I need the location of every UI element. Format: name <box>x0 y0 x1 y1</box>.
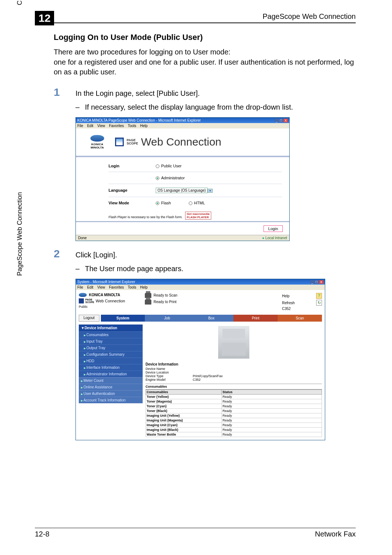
step-2-bullet: – The User mode page appears. <box>75 264 356 274</box>
login-button[interactable]: Login <box>264 225 283 232</box>
step-number: 2 <box>54 248 75 260</box>
tab-scan[interactable]: Scan <box>278 315 322 322</box>
maximize-icon[interactable]: □ <box>315 280 319 284</box>
step-1-bullet: – If necessary, select the display langu… <box>75 102 356 112</box>
chapter-number-badge: 12 <box>35 11 54 25</box>
close-icon[interactable]: X <box>319 280 323 284</box>
di-key: Device Type <box>146 374 193 378</box>
sidebar-top-item[interactable]: Account Track Information <box>79 397 143 403</box>
menu-view[interactable]: View <box>97 285 105 289</box>
di-val: C352 <box>193 378 201 381</box>
consumable-row: Waste Toner BottleReady <box>146 432 322 437</box>
html-radio[interactable] <box>189 201 192 205</box>
consumable-row: Imaging Unit (Cyan)Ready <box>146 423 322 428</box>
main-content: Logging On to User Mode (Public User) Th… <box>54 33 356 449</box>
model-label: C352 <box>282 307 291 311</box>
public-user-text: Public User <box>161 164 181 168</box>
tab-row: Logout System Job Box Print Scan <box>76 315 325 322</box>
side-running-label: PageScope Web Connection Chapter 12 <box>16 0 24 276</box>
minimize-icon[interactable]: _ <box>310 280 314 284</box>
maximize-icon[interactable]: □ <box>279 119 283 122</box>
window-controls[interactable]: _□X <box>274 118 288 122</box>
km-globe-icon <box>90 135 104 142</box>
di-key: Device Location <box>146 371 193 374</box>
scanner-icon <box>145 293 151 298</box>
minimize-icon[interactable]: _ <box>275 119 279 122</box>
menu-favorites[interactable]: Favorites <box>109 285 124 289</box>
sidebar-item[interactable]: Consumables <box>79 331 143 338</box>
flash-note: Flash Player is necessary to see by the … <box>76 212 289 221</box>
login-label: Login <box>109 164 156 168</box>
tab-print[interactable]: Print <box>233 315 278 322</box>
sidebar-item[interactable]: Input Tray <box>79 338 143 344</box>
konica-minolta-logo: KONICA MINOLTA <box>87 135 108 149</box>
km-globe-icon <box>79 293 87 297</box>
con-name: Toner (Yellow) <box>146 395 222 399</box>
sidebar-top-item[interactable]: User Authentication <box>79 390 143 397</box>
consumable-row: Toner (Yellow)Ready <box>146 395 322 399</box>
help-icon[interactable]: ? <box>316 293 322 299</box>
menu-tools[interactable]: Tools <box>128 285 136 289</box>
sidebar-top-item[interactable]: Meter Count <box>79 377 143 384</box>
language-select[interactable]: OS Language (OS Language) <box>156 188 208 193</box>
menu-favorites[interactable]: Favorites <box>109 124 124 128</box>
pagescope-icon <box>79 298 84 303</box>
menu-edit[interactable]: Edit <box>87 285 93 289</box>
window-title: KONICA MINOLTA PageScope Web Connection … <box>77 118 201 122</box>
menu-view[interactable]: View <box>97 124 105 128</box>
close-icon[interactable]: X <box>283 119 288 122</box>
consumable-row: Imaging Unit (Black)Ready <box>146 428 322 432</box>
administrator-text: Administrator <box>161 176 185 180</box>
consumables-title: Consumables <box>146 384 322 389</box>
menu-bar[interactable]: File Edit View Favorites Tools Help <box>76 285 325 290</box>
km-logo-text: KONICA MINOLTA <box>87 143 108 149</box>
step-2: 2 Click [Login]. <box>54 250 356 260</box>
con-name: Imaging Unit (Magenta) <box>146 418 222 423</box>
flash-text: Flash <box>161 201 171 205</box>
bullet-dash: – <box>75 264 85 274</box>
menu-tools[interactable]: Tools <box>128 124 136 128</box>
logout-button[interactable]: Logout <box>79 315 99 322</box>
sidebar-item[interactable]: Administrator Information <box>79 371 143 377</box>
device-info-title: Device Information <box>146 362 322 366</box>
menu-file[interactable]: File <box>77 285 83 289</box>
printer-icon <box>145 299 151 305</box>
printer-status: Ready to Scan Ready to Print <box>143 293 282 305</box>
logo-header: KONICA MINOLTA PAGESCOPE Web Connection <box>76 128 289 157</box>
menu-edit[interactable]: Edit <box>87 124 93 128</box>
menu-bar[interactable]: File Edit View Favorites Tools Help <box>76 123 289 128</box>
user-mode-label: Public <box>79 305 143 309</box>
sidebar-item[interactable]: Interface Information <box>79 364 143 371</box>
con-name: Toner (Black) <box>146 409 222 413</box>
menu-help[interactable]: Help <box>140 124 148 128</box>
menu-help[interactable]: Help <box>140 285 148 289</box>
administrator-radio[interactable] <box>156 176 159 180</box>
sidebar-top-item[interactable]: Online Assistance <box>79 384 143 390</box>
consumable-row: Imaging Unit (Yellow)Ready <box>146 413 322 418</box>
menu-file[interactable]: File <box>77 124 83 128</box>
refresh-icon[interactable] <box>316 300 322 306</box>
pagescope-big-text: Web Connection <box>141 136 221 148</box>
tab-system[interactable]: System <box>101 315 145 322</box>
tab-box[interactable]: Box <box>189 315 233 322</box>
flash-radio[interactable] <box>156 201 159 205</box>
tab-job[interactable]: Job <box>145 315 189 322</box>
status-zone: Local intranet <box>262 236 287 240</box>
con-name: Imaging Unit (Black) <box>146 428 222 432</box>
di-key: Device Name <box>146 367 193 371</box>
public-user-radio[interactable] <box>156 164 159 168</box>
get-flash-button[interactable]: Get macromediaFLASH PLAYER <box>185 212 212 220</box>
con-name: Waste Toner Bottle <box>146 432 222 437</box>
con-status: Ready <box>222 428 322 432</box>
con-head-r: Status <box>222 389 322 395</box>
sidebar-item[interactable]: HDD <box>79 358 143 364</box>
chevron-down-icon[interactable]: ▾ <box>208 189 213 193</box>
window-controls[interactable]: _□X <box>310 280 323 284</box>
footer-rule <box>35 528 356 528</box>
sidebar-item[interactable]: Output Tray <box>79 344 143 351</box>
brand-row: KONICA MINOLTA <box>79 293 143 297</box>
sidebar-item[interactable]: Configuration Summary <box>79 351 143 358</box>
help-link[interactable]: Help <box>282 294 290 298</box>
refresh-link[interactable]: Refresh <box>282 301 295 305</box>
sidebar-heading[interactable]: ▼Device Information <box>79 325 143 331</box>
